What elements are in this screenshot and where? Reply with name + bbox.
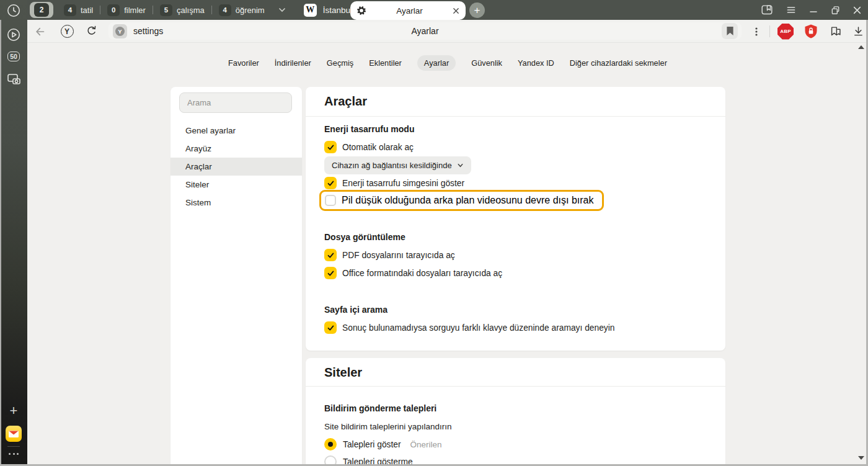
checkbox-checked-icon[interactable] <box>324 249 337 261</box>
tab-guvenlik[interactable]: Güvenlik <box>471 55 502 71</box>
checkbox-row-auto-on[interactable]: Otomatik olarak aç <box>324 138 414 156</box>
highlighted-checkbox-row-disable-bg-video[interactable]: Pil düşük olduğunda arka plan videosunu … <box>319 190 604 211</box>
tab-group-count: 4 <box>219 4 231 16</box>
scroll-up-icon[interactable] <box>858 45 864 49</box>
sidenav-item-arayuz[interactable]: Arayüz <box>170 140 302 158</box>
chevron-down-icon <box>457 162 464 169</box>
tab-group-count: 2 <box>34 3 49 17</box>
checkbox-label: Sonuç bulunamadıysa sorguyu farklı klavy… <box>342 323 614 333</box>
close-tab-icon[interactable] <box>453 7 459 14</box>
checkbox-checked-icon[interactable] <box>324 141 337 153</box>
radio-row-show-requests[interactable]: Talepleri göster Önerilen <box>324 435 442 454</box>
bookmark-icon[interactable] <box>722 23 738 39</box>
tab-favoriler[interactable]: Favoriler <box>228 55 259 71</box>
toolbar-separator <box>769 25 770 37</box>
active-tab-settings[interactable]: Ayarlar <box>350 1 466 20</box>
tab-group-ogrenim[interactable]: 4 öğrenim <box>212 0 272 20</box>
restore-icon[interactable] <box>830 5 841 16</box>
download-icon[interactable] <box>849 20 867 43</box>
sidenav-item-label: Genel ayarlar <box>185 126 236 135</box>
tab-group-current[interactable]: 2 <box>30 2 53 18</box>
tabs-panel-icon[interactable] <box>760 3 774 17</box>
checkbox-label: PDF dosyalarını tarayıcıda aç <box>342 251 455 260</box>
tab-group-calisma[interactable]: 5 çalışma <box>153 0 211 20</box>
section-heading: Bildirim gönderme talepleri <box>324 399 436 418</box>
recommended-hint[interactable]: Önerilen <box>410 440 442 449</box>
tab-gecmis[interactable]: Geçmiş <box>327 55 353 71</box>
checkbox-label: Office formatındaki dosyaları tarayıcıda… <box>342 269 502 278</box>
add-panel-button[interactable]: + <box>0 403 27 418</box>
tab-indirilenler[interactable]: İndirilenler <box>275 55 311 71</box>
tab-group-label: filmler <box>124 6 146 15</box>
dropdown-value: Cihazın ağ bağlantısı kesildiğinde <box>332 161 452 170</box>
checkbox-row-pdf[interactable]: PDF dosyalarını tarayıcıda aç <box>324 246 455 264</box>
screenshot-icon[interactable] <box>0 71 27 88</box>
minimize-icon[interactable] <box>808 5 818 15</box>
yandex-home-icon[interactable]: Y <box>58 20 76 43</box>
counter-badge-value: 50 <box>7 52 20 62</box>
sidebar-divider <box>7 446 20 447</box>
radio-selected-icon[interactable] <box>324 438 337 450</box>
address-bar: Y Y settings Ayarlar ABP <box>27 20 868 43</box>
section-heading: Sayfa içi arama <box>324 300 388 319</box>
browser-window: 50 + <box>0 0 868 466</box>
page-title: Ayarlar <box>108 22 742 40</box>
plus-icon: + <box>10 404 18 418</box>
checkbox-row-office[interactable]: Office formatındaki dosyaları tarayıcıda… <box>324 264 502 282</box>
checkbox-label: Pil düşük olduğunda arka plan videosunu … <box>342 195 593 206</box>
yandex-mail-icon[interactable] <box>0 424 27 443</box>
close-window-icon[interactable] <box>852 6 862 15</box>
refresh-icon[interactable] <box>82 20 100 43</box>
settings-page: Favoriler İndirilenler Geçmiş Eklentiler… <box>27 43 868 466</box>
tab-group-count: 4 <box>64 4 76 16</box>
sidenav-item-genel-ayarlar[interactable]: Genel ayarlar <box>170 122 302 140</box>
sidenav-item-siteler[interactable]: Siteler <box>170 176 302 194</box>
protect-shield-icon[interactable] <box>802 20 820 43</box>
section-heading: Dosya görüntüleme <box>324 228 405 246</box>
sidenav-item-label: Arayüz <box>185 144 211 153</box>
more-menu-icon[interactable] <box>750 20 763 43</box>
tab-eklentiler[interactable]: Eklentiler <box>369 55 402 71</box>
sidenav-list: Genel ayarlar Arayüz Araçlar Siteler Sis… <box>170 122 302 212</box>
abp-extension-icon[interactable]: ABP <box>776 20 795 43</box>
history-clock-icon[interactable] <box>0 2 27 19</box>
checkbox-label: Otomatik olarak aç <box>342 143 414 152</box>
card-title: Araçlar <box>324 87 367 116</box>
checkbox-checked-icon[interactable] <box>324 321 337 334</box>
sidenav-item-araclar[interactable]: Araçlar <box>170 158 302 176</box>
settings-top-tabs: Favoriler İndirilenler Geçmiş Eklentiler… <box>27 55 868 71</box>
tab-group-label: tatil <box>81 6 93 15</box>
sidenav-item-label: Araçlar <box>185 162 212 171</box>
tab-group-filmler[interactable]: 0 filmler <box>100 0 153 20</box>
tab-yandex-id[interactable]: Yandex ID <box>518 55 554 71</box>
radio-label: Talepleri göster <box>343 440 401 449</box>
video-play-icon[interactable] <box>0 27 27 43</box>
divider <box>306 116 725 117</box>
new-tab-button[interactable]: + <box>469 2 485 18</box>
menu-icon[interactable] <box>786 4 797 16</box>
back-icon[interactable] <box>32 20 49 43</box>
search-input[interactable] <box>179 92 292 113</box>
checkbox-unchecked-icon[interactable] <box>325 195 336 206</box>
sidenav-item-sistem[interactable]: Sistem <box>170 194 302 212</box>
sidenav-item-label: Siteler <box>185 180 209 189</box>
url-bar[interactable]: Y settings Ayarlar <box>108 22 742 40</box>
counter-badge[interactable]: 50 <box>0 50 27 63</box>
tab-ayarlar[interactable]: Ayarlar <box>417 55 456 71</box>
more-options-icon[interactable] <box>0 450 27 457</box>
tab-diger-cihazlar[interactable]: Diğer cihazlardaki sekmeler <box>570 55 667 71</box>
checkbox-row-keyboard-layout[interactable]: Sonuç bulunamadıysa sorguyu farklı klavy… <box>324 318 614 337</box>
checkbox-checked-icon[interactable] <box>324 267 337 279</box>
checkbox-checked-icon[interactable] <box>324 177 337 189</box>
sites-card: Siteler Bildirim gönderme talepleri Site… <box>306 358 725 466</box>
scroll-down-icon[interactable] <box>858 456 864 460</box>
tab-group-tatil[interactable]: 4 tatil <box>57 0 100 20</box>
window-edge <box>0 20 1 466</box>
tab-group-count: 5 <box>160 4 172 16</box>
section-description: Site bildirim taleplerini yapılandırın <box>324 417 452 436</box>
energy-trigger-dropdown[interactable]: Cihazın ağ bağlantısı kesildiğinde <box>324 156 471 174</box>
card-title: Siteler <box>324 358 362 387</box>
collections-icon[interactable] <box>827 20 844 43</box>
url-text[interactable]: settings <box>133 22 163 40</box>
groups-chevron-down-icon[interactable] <box>277 4 288 16</box>
